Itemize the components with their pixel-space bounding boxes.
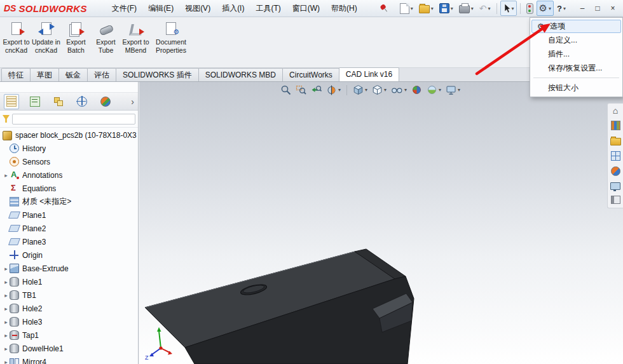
tree-item-sensors[interactable]: Sensors <box>0 155 138 168</box>
options-gear-button[interactable] <box>537 1 554 16</box>
maximize-button[interactable]: □ <box>590 0 605 17</box>
menu-tools[interactable]: 工具(T) <box>250 0 286 17</box>
tree-root-item[interactable]: spacer block_pcs2b (10-78X18-0X3 <box>0 129 138 142</box>
minimize-button[interactable]: – <box>575 0 590 17</box>
menu-item-label: 自定义... <box>548 35 577 46</box>
expander-icon[interactable] <box>3 279 10 285</box>
tab-cad-link-v16[interactable]: CAD Link v16 <box>339 67 399 81</box>
export-tube-button[interactable]: Export Tube <box>91 18 121 66</box>
tab-circuitworks[interactable]: CircuitWorks <box>282 68 339 81</box>
help-button[interactable]: ? <box>554 1 568 16</box>
view-palette-icon[interactable] <box>611 151 620 161</box>
tree-item-hole2[interactable]: Hole2 <box>0 302 138 315</box>
apply-scene-button[interactable] <box>427 84 441 95</box>
menu-item-button-size[interactable]: 按钮大小 <box>530 81 622 95</box>
previous-view-button[interactable] <box>311 84 322 95</box>
expander-icon[interactable] <box>3 346 10 352</box>
tree-item-plane1[interactable]: Plane1 <box>0 208 138 222</box>
tree-item-mirror4[interactable]: Mirror4 <box>0 355 138 364</box>
export-batch-button[interactable]: Export Batch <box>61 18 91 66</box>
menu-item-customize[interactable]: 自定义... <box>530 33 622 47</box>
save-button[interactable] <box>437 1 456 16</box>
tree-item-plane3[interactable]: Plane3 <box>0 235 138 248</box>
tab-solidworks-addins[interactable]: SOLIDWORKS 插件 <box>116 68 199 81</box>
property-manager-icon <box>30 97 40 107</box>
expander-icon[interactable] <box>3 292 10 299</box>
tree-item-tap1[interactable]: Tap1 <box>0 328 138 342</box>
tab-sketch[interactable]: 草图 <box>30 68 59 81</box>
window-controls: – □ × <box>575 0 623 17</box>
propertymanager-tab[interactable] <box>27 94 43 109</box>
update-in-cnckad-button[interactable]: Update in cncKad <box>31 18 61 66</box>
tab-evaluate[interactable]: 评估 <box>87 68 116 81</box>
display-style-button[interactable] <box>372 84 387 95</box>
tree-item-tb1[interactable]: TB1 <box>0 288 138 302</box>
rebuild-button[interactable] <box>524 1 536 16</box>
view-orientation-button[interactable] <box>353 84 367 95</box>
tree-item-history[interactable]: History <box>0 142 138 155</box>
design-library-icon[interactable] <box>611 121 620 130</box>
expander-icon[interactable] <box>3 332 10 339</box>
select-button[interactable] <box>500 1 517 16</box>
menu-item-addins[interactable]: 插件... <box>530 47 622 61</box>
dimxpertmanager-tab[interactable] <box>74 94 90 109</box>
tree-item-origin[interactable]: Origin <box>0 248 138 262</box>
home-icon[interactable] <box>613 106 618 115</box>
document-properties-button[interactable]: Document Properties <box>151 18 191 66</box>
open-button[interactable] <box>416 1 436 16</box>
displaymanager-tab[interactable] <box>98 94 113 109</box>
menu-help[interactable]: 帮助(H) <box>325 0 363 17</box>
view-settings-button[interactable] <box>446 84 460 95</box>
tree-item-equations[interactable]: Equations <box>0 182 138 195</box>
undo-button[interactable] <box>477 1 493 16</box>
tree-item-base-extrude[interactable]: Base-Extrude <box>0 262 138 275</box>
section-view-button[interactable] <box>326 84 341 95</box>
file-explorer-icon[interactable] <box>610 138 621 145</box>
graphics-viewport[interactable]: Z <box>139 82 623 364</box>
menu-file[interactable]: 文件(F) <box>106 0 142 17</box>
tree-item-plane2[interactable]: Plane2 <box>0 222 138 235</box>
tree-item-annotations[interactable]: Annotations <box>0 168 138 182</box>
tree-item-dowelhole1[interactable]: DowelHole1 <box>0 342 138 355</box>
expander-icon[interactable] <box>3 172 10 179</box>
menu-edit[interactable]: 编辑(E) <box>142 0 179 17</box>
export-to-mbend-button[interactable]: Export to MBend <box>121 18 151 66</box>
new-document-button[interactable] <box>397 1 416 16</box>
tab-features[interactable]: 特征 <box>1 68 31 81</box>
custom-properties-icon[interactable] <box>610 182 620 190</box>
hide-show-items-button[interactable] <box>391 84 407 95</box>
annotations-icon <box>10 170 19 180</box>
menu-window[interactable]: 窗口(W) <box>287 0 325 17</box>
menu-item-save-restore-settings[interactable]: 保存/恢复设置... <box>530 61 622 75</box>
expander-icon[interactable] <box>3 306 10 312</box>
expander-icon[interactable] <box>3 319 10 325</box>
zoom-to-fit-button[interactable] <box>280 84 291 95</box>
print-button[interactable] <box>456 1 476 16</box>
tree-item-hole1[interactable]: Hole1 <box>0 275 138 288</box>
expander-icon[interactable] <box>3 359 10 364</box>
task-pane-toggle-icon[interactable] <box>611 196 620 204</box>
menu-item-options[interactable]: 选项 <box>531 20 621 33</box>
menu-insert[interactable]: 插入(I) <box>216 0 250 17</box>
tree-item-hole3[interactable]: Hole3 <box>0 315 138 328</box>
part-model-3d[interactable] <box>139 82 623 364</box>
export-to-cnckad-button[interactable]: Export to cncKad <box>1 18 31 66</box>
tab-solidworks-mbd[interactable]: SOLIDWORKS MBD <box>198 68 283 81</box>
edit-appearance-button[interactable] <box>411 84 422 95</box>
configurationmanager-tab[interactable] <box>51 94 66 109</box>
pin-menubar-icon[interactable] <box>378 2 390 15</box>
zoom-to-area-button[interactable] <box>296 84 306 95</box>
close-button[interactable]: × <box>605 0 620 17</box>
tab-sheet-metal[interactable]: 钣金 <box>58 68 88 81</box>
export-tube-icon <box>98 22 114 36</box>
menu-view[interactable]: 视图(V) <box>179 0 216 17</box>
filter-funnel-icon <box>3 115 10 123</box>
filter-input[interactable] <box>12 114 135 125</box>
tree-item-material[interactable]: 材质 <未指定> <box>0 195 138 208</box>
featuremanager-tab[interactable] <box>4 94 19 109</box>
plane-icon <box>8 238 20 245</box>
expander-icon[interactable] <box>3 266 10 272</box>
appearances-scenes-icon[interactable] <box>611 166 620 176</box>
open-folder-icon <box>419 5 430 13</box>
panel-flyout-chevron-icon[interactable] <box>131 95 134 109</box>
